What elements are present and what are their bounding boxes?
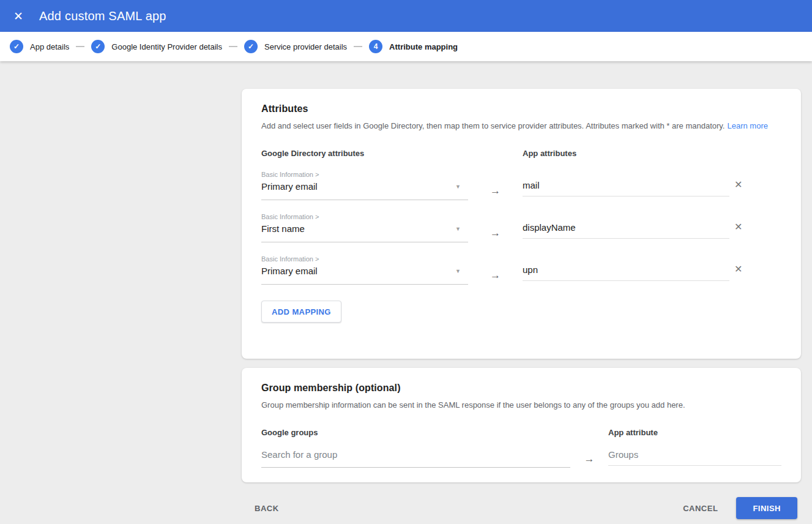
step-google-idp-details[interactable]: ✓ Google Identity Provider details [91,40,222,53]
attributes-card-description: Add and select user fields in Google Dir… [261,121,781,130]
delete-mapping-button[interactable]: ✕ [733,221,743,233]
arrow-right-icon: → [584,453,595,465]
attribute-mapping-row: Basic Information > First name ▼ → ✕ [261,213,781,242]
step-label: Google Identity Provider details [111,42,222,51]
wizard-stepper: ✓ App details ✓ Google Identity Provider… [0,32,812,61]
check-circle-icon: ✓ [10,40,23,53]
directory-attribute-select[interactable]: Basic Information > Primary email ▼ [261,255,468,285]
mapping-column-headers: Google Directory attributes App attribut… [261,149,781,158]
app-attribute-input[interactable] [523,180,729,196]
dropdown-category-label: Basic Information > [261,255,468,263]
check-circle-icon: ✓ [244,40,258,53]
chevron-down-icon: ▼ [455,184,461,190]
group-column-headers: Google groups App attribute [261,428,781,437]
group-card-title: Group membership (optional) [261,383,781,394]
app-attribute-input[interactable] [523,264,729,281]
step-attribute-mapping[interactable]: 4 Attribute mapping [369,40,458,53]
description-text: Add and select user fields in Google Dir… [261,121,725,130]
group-card-description: Group membership information can be sent… [261,400,781,410]
wizard-footer: BACK CANCEL FINISH [0,497,812,519]
group-search-input[interactable] [261,446,570,468]
mapping-arrow-cell: → [468,171,523,200]
dropdown-selected-value: First name [261,223,305,234]
chevron-down-icon: ▼ [455,268,461,274]
check-icon: ✓ [13,42,20,51]
step-label: App details [30,42,69,51]
attribute-mapping-row: Basic Information > Primary email ▼ → ✕ [261,171,781,200]
step-service-provider-details[interactable]: ✓ Service provider details [244,40,347,53]
step-connector [229,46,237,47]
delete-cell: ✕ [729,213,781,242]
attributes-card: Attributes Add and select user fields in… [242,89,801,359]
app-attribute-input[interactable] [523,222,729,239]
delete-cell: ✕ [729,255,781,285]
check-icon: ✓ [248,42,254,51]
arrow-right-icon: → [490,227,501,239]
delete-icon: ✕ [734,179,742,190]
directory-attribute-select[interactable]: Basic Information > First name ▼ [261,213,468,242]
delete-cell: ✕ [729,171,781,200]
dropdown-category-label: Basic Information > [261,213,468,220]
delete-mapping-button[interactable]: ✕ [733,263,743,275]
close-icon: ✕ [13,10,23,22]
step-label: Service provider details [264,42,347,51]
delete-mapping-button[interactable]: ✕ [733,179,743,191]
back-button[interactable]: BACK [250,499,284,518]
chevron-down-icon: ▼ [455,226,461,232]
group-app-attribute-input[interactable] [608,446,781,466]
dropdown-selected-value: Primary email [261,266,318,276]
mapping-arrow-cell: → [468,213,523,242]
header-spacer [729,149,781,158]
page-title: Add custom SAML app [39,9,166,23]
directory-attributes-header: Google Directory attributes [261,149,468,158]
google-groups-header: Google groups [261,428,570,437]
header-spacer [468,149,523,158]
step-app-details[interactable]: ✓ App details [10,40,69,53]
step-connector [354,46,362,47]
delete-icon: ✕ [734,264,742,274]
step-label: Attribute mapping [389,42,458,51]
app-bar: ✕ Add custom SAML app [0,0,812,32]
group-app-attribute-cell [608,446,781,468]
app-attribute-cell [523,255,729,285]
step-connector [76,46,84,47]
finish-button[interactable]: FINISH [736,497,797,519]
attributes-card-title: Attributes [261,103,781,114]
close-dialog-button[interactable]: ✕ [10,7,27,24]
dropdown-category-label: Basic Information > [261,171,468,178]
step-number: 4 [374,42,378,51]
dropdown-selected-value: Primary email [261,181,318,192]
check-icon: ✓ [95,42,101,51]
description-text: Group membership information can be sent… [261,400,685,410]
app-attribute-cell [523,213,729,242]
check-circle-icon: ✓ [91,40,105,53]
delete-icon: ✕ [734,222,742,232]
header-spacer [570,428,608,437]
group-arrow-cell: → [570,446,608,468]
app-attribute-header: App attribute [608,428,781,437]
mapping-arrow-cell: → [468,255,523,285]
app-attribute-cell [523,171,729,200]
group-search-cell [261,446,570,468]
cancel-button[interactable]: CANCEL [678,499,723,518]
step-number-circle: 4 [369,40,382,53]
app-attributes-header: App attributes [523,149,729,158]
add-mapping-button[interactable]: ADD MAPPING [261,301,341,323]
directory-attribute-select[interactable]: Basic Information > Primary email ▼ [261,171,468,200]
arrow-right-icon: → [490,185,501,196]
attribute-mapping-row: Basic Information > Primary email ▼ → ✕ [261,255,781,285]
learn-more-link[interactable]: Learn more [728,121,768,130]
group-membership-card: Group membership (optional) Group member… [242,368,801,482]
group-mapping-row: → [261,446,781,468]
arrow-right-icon: → [490,269,501,281]
